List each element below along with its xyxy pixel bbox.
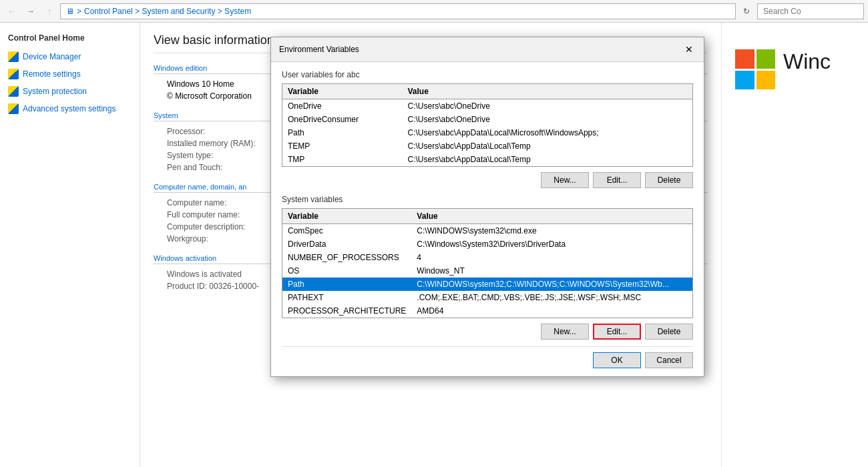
dialog-close-button[interactable]: ✕ [682,43,696,56]
remote-settings-icon [8,69,19,79]
up-button[interactable]: ↑ [41,3,57,19]
table-row[interactable]: OneDriveC:\Users\abc\OneDrive [282,99,693,113]
sidebar: Control Panel Home Device Manager Remote… [0,23,140,467]
sidebar-item-system-protection[interactable]: System protection [0,83,140,100]
var-name: Path [282,278,411,291]
cancel-button[interactable]: Cancel [645,352,693,368]
ok-button[interactable]: OK [593,352,641,368]
table-row[interactable]: PathC:\WINDOWS\system32;C:\WINDOWS;C:\WI… [282,278,692,291]
user-vars-table: Variable Value OneDriveC:\Users\abc\OneD… [282,83,693,167]
sidebar-title: Control Panel Home [0,31,140,48]
table-row[interactable]: PROCESSOR_ARCHITECTUREAMD64 [282,304,692,318]
installed-memory-label: Installed memory (RAM): [167,139,274,148]
address-icon: 🖥 [66,7,74,16]
user-delete-button[interactable]: Delete [645,172,693,188]
windows-logo [735,49,775,89]
dialog-bottom-row: OK Cancel [282,346,693,368]
address-bar: ← → ↑ 🖥 > Control Panel > System and Sec… [0,0,868,23]
var-value: C:\WINDOWS\system32;C:\WINDOWS;C:\WINDOW… [411,278,692,291]
dialog-title: Environment Variables [279,45,359,54]
var-name: DriverData [282,238,411,251]
system-type-label: System type: [167,151,274,160]
advanced-settings-icon [8,103,19,114]
dialog-body: User variables for abc Variable Value On… [271,62,704,376]
table-row[interactable]: OSWindows_NT [282,264,692,278]
logo-area: Winc [721,23,868,467]
var-name: Path [282,126,403,139]
sys-edit-button[interactable]: Edit... [593,324,641,340]
computer-description-label: Computer description: [167,222,274,231]
var-value: C:\Users\abc\OneDrive [403,113,693,126]
sidebar-item-label: Remote settings [23,69,81,79]
computer-name-label: Computer name: [167,198,274,207]
sys-new-button[interactable]: New... [541,324,589,340]
var-name: OneDriveConsumer [282,113,403,126]
product-id-label: Product ID: 00326-10000- [167,282,274,291]
sys-var-col-variable: Variable [282,209,411,224]
device-manager-icon [8,51,19,62]
dialog-titlebar: Environment Variables ✕ [271,37,704,62]
var-name: OS [282,264,411,278]
var-name: OneDrive [282,99,403,113]
system-protection-icon [8,86,19,97]
environment-variables-dialog: Environment Variables ✕ User variables f… [270,37,704,377]
var-value: 4 [411,251,692,264]
var-name: PROCESSOR_ARCHITECTURE [282,304,411,318]
sidebar-item-advanced-system-settings[interactable]: Advanced system settings [0,100,140,117]
sys-delete-button[interactable]: Delete [645,324,693,340]
system-vars-buttons: New... Edit... Delete [282,324,693,340]
var-value: C:\Users\abc\AppData\Local\Temp [403,139,693,153]
sys-var-col-value: Value [411,209,692,224]
search-input[interactable] [757,3,864,19]
var-name: TEMP [282,139,403,153]
copyright-value: © Microsoft Corporation [167,91,252,101]
var-name: TMP [282,153,403,167]
full-computer-name-label: Full computer name: [167,210,274,219]
table-row[interactable]: TEMPC:\Users\abc\AppData\Local\Temp [282,139,693,153]
var-name: PATHEXT [282,291,411,304]
table-row[interactable]: ComSpecC:\WINDOWS\system32\cmd.exe [282,224,692,238]
table-row[interactable]: PATHEXT.COM;.EXE;.BAT;.CMD;.VBS;.VBE;.JS… [282,291,692,304]
sidebar-item-label: Device Manager [23,52,81,61]
address-part1: Control Panel > System and Security > Sy… [84,7,251,16]
system-vars-header: System variables [282,195,693,204]
var-value: AMD64 [411,304,692,318]
address-path[interactable]: 🖥 > Control Panel > System and Security … [60,3,736,19]
var-value: C:\Users\abc\AppData\Local\Temp [403,153,693,167]
var-value: C:\Windows\System32\Drivers\DriverData [411,238,692,251]
user-vars-header: User variables for abc [282,70,693,79]
sidebar-item-remote-settings[interactable]: Remote settings [0,65,140,83]
processor-label: Processor: [167,127,274,136]
var-value: C:\Users\abc\OneDrive [403,99,693,113]
refresh-button[interactable]: ↻ [738,3,754,19]
var-value: C:\WINDOWS\system32\cmd.exe [411,224,692,238]
workgroup-label: Workgroup: [167,234,274,244]
user-var-col-value: Value [403,84,693,99]
table-row[interactable]: PathC:\Users\abc\AppData\Local\Microsoft… [282,126,693,139]
back-button[interactable]: ← [4,3,20,19]
user-var-col-variable: Variable [282,84,403,99]
table-row[interactable]: DriverDataC:\Windows\System32\Drivers\Dr… [282,238,692,251]
system-vars-table: Variable Value ComSpecC:\WINDOWS\system3… [282,209,692,318]
table-row[interactable]: NUMBER_OF_PROCESSORS4 [282,251,692,264]
user-vars-buttons: New... Edit... Delete [282,172,693,188]
var-name: NUMBER_OF_PROCESSORS [282,251,411,264]
sidebar-item-label: Advanced system settings [23,104,116,113]
forward-button[interactable]: → [23,3,39,19]
var-value: .COM;.EXE;.BAT;.CMD;.VBS;.VBE;.JS;.JSE;.… [411,291,692,304]
sidebar-item-device-manager[interactable]: Device Manager [0,48,140,65]
windows-text: Winc [783,49,831,74]
system-vars-scroll[interactable]: Variable Value ComSpecC:\WINDOWS\system3… [282,209,692,318]
user-edit-button[interactable]: Edit... [593,172,641,188]
user-new-button[interactable]: New... [541,172,589,188]
var-value: C:\Users\abc\AppData\Local\Microsoft\Win… [403,126,693,139]
windows-activated-label: Windows is activated [167,270,274,279]
pen-touch-label: Pen and Touch: [167,163,274,172]
table-row[interactable]: TMPC:\Users\abc\AppData\Local\Temp [282,153,693,167]
system-vars-container: Variable Value ComSpecC:\WINDOWS\system3… [282,208,693,318]
var-value: Windows_NT [411,264,692,278]
var-name: ComSpec [282,224,411,238]
sidebar-item-label: System protection [23,87,87,96]
windows-edition-value: Windows 10 Home [167,79,234,89]
table-row[interactable]: OneDriveConsumerC:\Users\abc\OneDrive [282,113,693,126]
